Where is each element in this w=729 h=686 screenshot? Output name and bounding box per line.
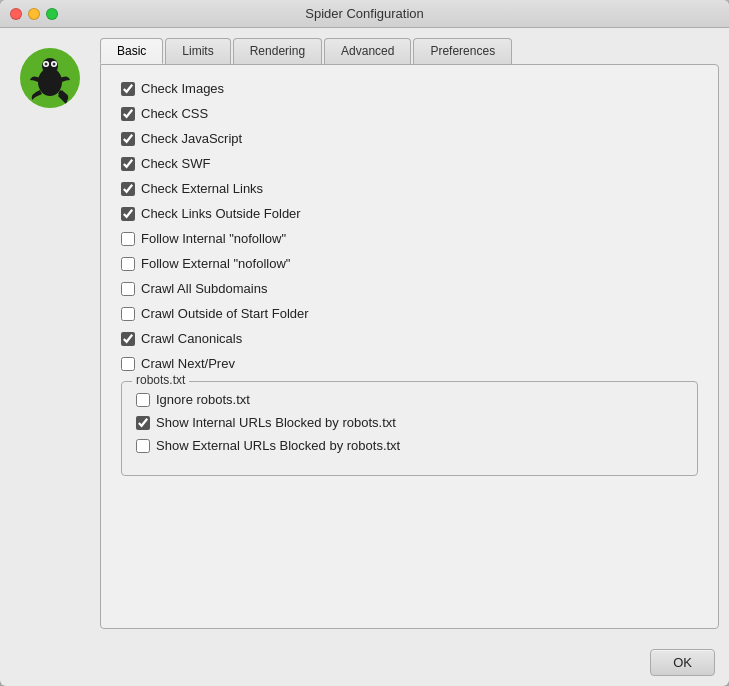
main-area: Basic Limits Rendering Advanced Preferen…: [100, 38, 719, 629]
robots-legend: robots.txt: [132, 373, 189, 387]
tab-limits[interactable]: Limits: [165, 38, 230, 64]
check-javascript-row: Check JavaScript: [121, 131, 698, 146]
follow-internal-nofollow-row: Follow Internal "nofollow": [121, 231, 698, 246]
maximize-button[interactable]: [46, 8, 58, 20]
ignore-robots-label[interactable]: Ignore robots.txt: [156, 392, 250, 407]
crawl-next-prev-checkbox[interactable]: [121, 357, 135, 371]
follow-external-nofollow-label[interactable]: Follow External "nofollow": [141, 256, 290, 271]
check-javascript-checkbox[interactable]: [121, 132, 135, 146]
crawl-outside-start-folder-row: Crawl Outside of Start Folder: [121, 306, 698, 321]
tab-content-basic: Check Images Check CSS Check JavaScript …: [100, 64, 719, 629]
check-links-outside-folder-checkbox[interactable]: [121, 207, 135, 221]
check-css-label[interactable]: Check CSS: [141, 106, 208, 121]
svg-point-5: [53, 63, 56, 66]
crawl-all-subdomains-checkbox[interactable]: [121, 282, 135, 296]
minimize-button[interactable]: [28, 8, 40, 20]
tab-preferences[interactable]: Preferences: [413, 38, 512, 64]
app-window: Spider Configuration: [0, 0, 729, 686]
check-images-row: Check Images: [121, 81, 698, 96]
ignore-robots-row: Ignore robots.txt: [136, 392, 683, 407]
ok-button[interactable]: OK: [650, 649, 715, 676]
check-external-links-checkbox[interactable]: [121, 182, 135, 196]
check-css-row: Check CSS: [121, 106, 698, 121]
crawl-outside-start-folder-label[interactable]: Crawl Outside of Start Folder: [141, 306, 309, 321]
logo-area: [10, 38, 90, 629]
check-images-checkbox[interactable]: [121, 82, 135, 96]
window-body: Basic Limits Rendering Advanced Preferen…: [0, 28, 729, 639]
crawl-all-subdomains-row: Crawl All Subdomains: [121, 281, 698, 296]
tab-advanced[interactable]: Advanced: [324, 38, 411, 64]
crawl-all-subdomains-label[interactable]: Crawl All Subdomains: [141, 281, 267, 296]
show-external-blocked-label[interactable]: Show External URLs Blocked by robots.txt: [156, 438, 400, 453]
robots-group: robots.txt Ignore robots.txt Show Intern…: [121, 381, 698, 476]
check-links-outside-folder-label[interactable]: Check Links Outside Folder: [141, 206, 301, 221]
check-swf-label[interactable]: Check SWF: [141, 156, 210, 171]
follow-external-nofollow-checkbox[interactable]: [121, 257, 135, 271]
tab-rendering[interactable]: Rendering: [233, 38, 322, 64]
show-external-blocked-checkbox[interactable]: [136, 439, 150, 453]
crawl-canonicals-row: Crawl Canonicals: [121, 331, 698, 346]
show-internal-blocked-label[interactable]: Show Internal URLs Blocked by robots.txt: [156, 415, 396, 430]
check-external-links-row: Check External Links: [121, 181, 698, 196]
show-external-blocked-row: Show External URLs Blocked by robots.txt: [136, 438, 683, 453]
tab-basic[interactable]: Basic: [100, 38, 163, 64]
crawl-canonicals-label[interactable]: Crawl Canonicals: [141, 331, 242, 346]
check-swf-checkbox[interactable]: [121, 157, 135, 171]
window-controls: [10, 8, 58, 20]
footer: OK: [0, 639, 729, 686]
show-internal-blocked-checkbox[interactable]: [136, 416, 150, 430]
close-button[interactable]: [10, 8, 22, 20]
app-logo: [20, 48, 80, 108]
titlebar: Spider Configuration: [0, 0, 729, 28]
follow-internal-nofollow-checkbox[interactable]: [121, 232, 135, 246]
follow-external-nofollow-row: Follow External "nofollow": [121, 256, 698, 271]
check-links-outside-folder-row: Check Links Outside Folder: [121, 206, 698, 221]
check-swf-row: Check SWF: [121, 156, 698, 171]
show-internal-blocked-row: Show Internal URLs Blocked by robots.txt: [136, 415, 683, 430]
ignore-robots-checkbox[interactable]: [136, 393, 150, 407]
crawl-next-prev-row: Crawl Next/Prev: [121, 356, 698, 371]
crawl-canonicals-checkbox[interactable]: [121, 332, 135, 346]
check-images-label[interactable]: Check Images: [141, 81, 224, 96]
check-javascript-label[interactable]: Check JavaScript: [141, 131, 242, 146]
check-external-links-label[interactable]: Check External Links: [141, 181, 263, 196]
follow-internal-nofollow-label[interactable]: Follow Internal "nofollow": [141, 231, 286, 246]
crawl-next-prev-label[interactable]: Crawl Next/Prev: [141, 356, 235, 371]
crawl-outside-start-folder-checkbox[interactable]: [121, 307, 135, 321]
check-css-checkbox[interactable]: [121, 107, 135, 121]
tab-bar: Basic Limits Rendering Advanced Preferen…: [100, 38, 719, 64]
svg-point-3: [45, 63, 48, 66]
window-title: Spider Configuration: [305, 6, 424, 21]
